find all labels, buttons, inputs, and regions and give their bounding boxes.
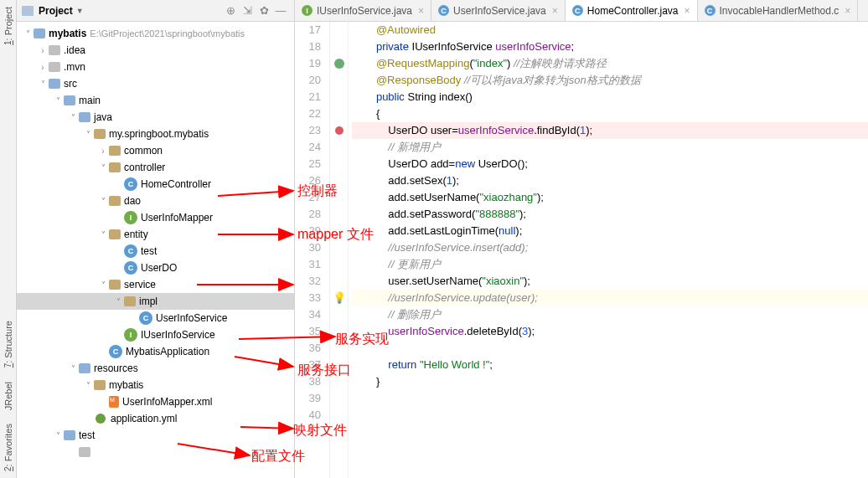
close-tab-icon[interactable]: × xyxy=(845,5,850,17)
code-line[interactable] xyxy=(352,390,868,407)
tree-item[interactable]: ˅entity xyxy=(17,226,294,243)
tree-item[interactable]: ˅resources xyxy=(17,360,294,377)
tree-arrow-icon[interactable]: ˅ xyxy=(37,80,49,89)
line-number[interactable]: 37 xyxy=(295,357,321,373)
line-number[interactable]: 27 xyxy=(295,189,321,206)
close-tab-icon[interactable]: × xyxy=(418,5,424,17)
line-number[interactable]: 21 xyxy=(295,89,321,105)
project-view-dropdown-icon[interactable]: ▼ xyxy=(76,7,84,15)
line-number[interactable]: 35 xyxy=(295,323,321,340)
editor-tab[interactable]: CHomeController.java× xyxy=(566,0,698,21)
line-number[interactable]: 33 xyxy=(295,290,321,306)
gear-icon[interactable]: ✿ xyxy=(257,4,271,18)
tool-tab-structure[interactable]: 7: Structure xyxy=(2,314,15,374)
line-number[interactable]: 19 xyxy=(295,55,321,72)
intention-bulb-icon[interactable]: 💡 xyxy=(330,290,348,306)
code-line[interactable]: // 删除用户 xyxy=(352,306,868,323)
tree-arrow-icon[interactable]: › xyxy=(37,63,49,72)
code-line[interactable]: userInfoService.deleteById(3); xyxy=(352,323,868,340)
code-line[interactable]: UserDO user=userInfoService.findById(1); xyxy=(352,122,868,139)
code-line[interactable]: add.setUserName("xiaozhang"); xyxy=(352,189,868,206)
code-line[interactable]: { xyxy=(352,105,868,122)
code-line[interactable] xyxy=(352,340,868,357)
tree-item[interactable]: IIUserInfoService xyxy=(17,326,294,343)
code-line[interactable]: // 新增用户 xyxy=(352,139,868,156)
code-line[interactable]: @ResponseBody //可以将java对象转为json格式的数据 xyxy=(352,72,868,89)
tree-item[interactable]: ˅service xyxy=(17,276,294,293)
line-number[interactable]: 17 xyxy=(295,22,321,39)
code-line[interactable]: } xyxy=(352,373,868,390)
code-line[interactable]: @RequestMapping("index") //注解映射请求路径 xyxy=(352,55,868,72)
code-line[interactable]: //userInfoService.update(user); xyxy=(352,290,868,306)
tree-item[interactable]: CUserInfoService xyxy=(17,310,294,326)
line-number[interactable]: 34 xyxy=(295,306,321,323)
tree-arrow-icon[interactable]: ˅ xyxy=(67,364,79,373)
code-line[interactable]: UserDO add=new UserDO(); xyxy=(352,156,868,172)
line-number[interactable]: 32 xyxy=(295,273,321,290)
line-number[interactable]: 28 xyxy=(295,206,321,223)
code-line[interactable]: add.setPassword("888888"); xyxy=(352,206,868,223)
code-line[interactable]: //userInfoService.insert(add); xyxy=(352,239,868,256)
line-number[interactable]: 25 xyxy=(295,156,321,172)
editor-tab[interactable]: IIUserInfoService.java× xyxy=(295,0,431,21)
project-view-title[interactable]: Project xyxy=(39,5,73,17)
tree-item[interactable] xyxy=(17,444,294,460)
tree-item[interactable]: ˅controller xyxy=(17,159,294,176)
line-number[interactable]: 40 xyxy=(295,407,321,424)
code-line[interactable]: public String index() xyxy=(352,89,868,105)
code-line[interactable]: private IUserInfoService userInfoService… xyxy=(352,39,868,55)
tree-item[interactable]: ˅java xyxy=(17,109,294,126)
close-tab-icon[interactable]: × xyxy=(552,5,558,17)
tree-arrow-icon[interactable]: ˅ xyxy=(82,130,94,139)
tree-item[interactable]: CMybatisApplication xyxy=(17,343,294,360)
line-number[interactable]: 36 xyxy=(295,340,321,357)
tree-item[interactable]: Ctest xyxy=(17,243,294,260)
tree-item[interactable]: ›.idea xyxy=(17,42,294,59)
tree-item[interactable]: ˅test xyxy=(17,427,294,444)
line-number[interactable]: 22 xyxy=(295,105,321,122)
line-number[interactable]: 23 xyxy=(295,122,321,139)
tree-arrow-icon[interactable]: ˅ xyxy=(97,163,109,172)
editor-tab[interactable]: CUserInfoService.java× xyxy=(431,0,566,21)
line-number[interactable]: 38 xyxy=(295,373,321,390)
code-content[interactable]: @Autowired private IUserInfoService user… xyxy=(349,22,868,478)
tool-tab-project[interactable]: 1: Project xyxy=(2,0,15,52)
tree-arrow-icon[interactable]: ˅ xyxy=(97,280,109,290)
code-area[interactable]: 1718192021222324252627282930313233343536… xyxy=(295,22,868,478)
line-number[interactable]: 24 xyxy=(295,139,321,156)
expand-all-icon[interactable]: ⇲ xyxy=(240,4,254,18)
tree-item[interactable]: CHomeController xyxy=(17,176,294,193)
code-line[interactable] xyxy=(352,407,868,424)
tree-arrow-icon[interactable]: ˅ xyxy=(22,29,34,39)
tree-item[interactable]: IUserInfoMapper xyxy=(17,209,294,226)
tree-arrow-icon[interactable]: ˅ xyxy=(52,96,64,105)
editor-tab[interactable]: CInvocableHandlerMethod.c× xyxy=(698,0,859,21)
tree-item[interactable]: ›.mvn xyxy=(17,59,294,75)
tree-item[interactable]: application.yml xyxy=(17,410,294,427)
code-line[interactable]: @Autowired xyxy=(352,22,868,39)
tool-tab-favorites[interactable]: 2: Favorites xyxy=(2,417,15,478)
tree-item[interactable]: ˅dao xyxy=(17,193,294,209)
tree-item[interactable]: ˅main xyxy=(17,92,294,109)
tree-arrow-icon[interactable]: ˅ xyxy=(97,230,109,239)
tree-item[interactable]: ˅mybatis xyxy=(17,377,294,393)
close-tab-icon[interactable]: × xyxy=(685,5,690,17)
line-number[interactable]: 26 xyxy=(295,172,321,189)
tree-item[interactable]: MUserInfoMapper.xml xyxy=(17,393,294,410)
tree-arrow-icon[interactable]: ˅ xyxy=(97,197,109,206)
tree-item[interactable]: ˅impl xyxy=(17,293,294,310)
line-number[interactable]: 20 xyxy=(295,72,321,89)
line-number[interactable]: 29 xyxy=(295,223,321,239)
code-line[interactable]: add.setSex(1); xyxy=(352,172,868,189)
tree-item[interactable]: ˅mybatis E:\GitProject\2021\springboot\m… xyxy=(17,25,294,42)
line-number[interactable]: 30 xyxy=(295,239,321,256)
code-line[interactable]: user.setUserName("xiaoxin"); xyxy=(352,273,868,290)
tree-item[interactable]: ›common xyxy=(17,142,294,159)
line-number[interactable]: 31 xyxy=(295,256,321,273)
tree-arrow-icon[interactable]: ˅ xyxy=(82,381,94,390)
locate-icon[interactable]: ⊕ xyxy=(224,4,237,18)
tree-arrow-icon[interactable]: › xyxy=(97,146,109,156)
line-number[interactable]: 18 xyxy=(295,39,321,55)
tree-item[interactable]: ˅my.springboot.mybatis xyxy=(17,126,294,142)
tree-arrow-icon[interactable]: ˅ xyxy=(67,113,79,122)
